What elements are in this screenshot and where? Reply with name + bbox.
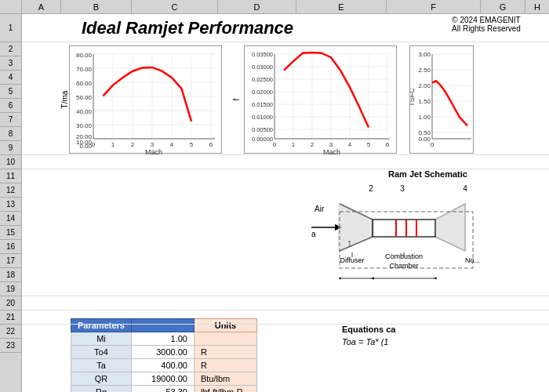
param-value-cell: 3000.00: [131, 346, 194, 359]
row-14: 14: [0, 212, 21, 226]
row-6: 6: [0, 99, 21, 113]
svg-rect-90: [373, 220, 435, 237]
row-16: 16: [0, 240, 21, 254]
svg-text:3: 3: [329, 141, 333, 148]
svg-text:Diffuser: Diffuser: [340, 256, 365, 264]
row-9: 9: [0, 141, 21, 155]
param-name-cell: QR: [71, 372, 132, 386]
param-value-cell: 1.00: [131, 332, 194, 346]
schematic-title: Ram Jet Schematic: [308, 169, 547, 179]
svg-text:1: 1: [292, 141, 296, 148]
col-a-header: A: [22, 0, 61, 13]
row-12: 12: [0, 183, 21, 198]
svg-text:2: 2: [311, 141, 314, 148]
svg-text:30.00: 30.00: [76, 122, 93, 129]
svg-text:0.01000: 0.01000: [252, 114, 273, 121]
param-unit-cell: R: [194, 359, 256, 372]
row-13: 13: [0, 198, 21, 212]
row-11: 11: [0, 169, 21, 183]
svg-text:0.00500: 0.00500: [252, 126, 273, 133]
param-value-cell: 53.30: [131, 386, 194, 393]
param-name-cell: To4: [71, 346, 132, 359]
col-g-header: G: [481, 0, 525, 13]
chart1-ylabel: T/ma: [60, 91, 69, 109]
svg-text:6: 6: [386, 141, 390, 148]
param-unit-cell: [194, 332, 256, 346]
row-4: 4: [0, 71, 21, 85]
col-f-header: F: [387, 0, 481, 13]
svg-text:0: 0: [431, 141, 434, 148]
svg-text:2.50: 2.50: [418, 67, 431, 74]
svg-text:0.00: 0.00: [79, 143, 92, 150]
equation-1: Toa = Ta* (1: [342, 337, 499, 347]
row-num-header: [0, 0, 22, 13]
svg-text:Air: Air: [314, 205, 325, 213]
params-table: Parameters Units Mi1.00To43000.00RTa400.…: [71, 318, 257, 392]
svg-text:1: 1: [111, 141, 115, 148]
svg-text:70.00: 70.00: [76, 66, 93, 73]
row-22: 22: [0, 325, 21, 339]
svg-text:0.00: 0.00: [418, 136, 431, 143]
svg-text:0.03000: 0.03000: [252, 64, 273, 71]
row-18: 18: [0, 268, 21, 282]
row-19: 19: [0, 282, 21, 296]
svg-text:Mach: Mach: [145, 148, 162, 154]
svg-text:4: 4: [463, 184, 467, 193]
equations-title: Equations ca: [342, 325, 499, 334]
svg-text:a: a: [311, 230, 316, 238]
svg-text:2.00: 2.00: [418, 82, 431, 89]
svg-text:0.02000: 0.02000: [252, 89, 273, 96]
param-value-cell: 400.00: [131, 359, 194, 372]
svg-text:TSFC: TSFC: [410, 88, 416, 107]
svg-text:60.00: 60.00: [76, 80, 93, 87]
svg-text:Chamber: Chamber: [389, 262, 418, 270]
chart-tma: T/ma: [69, 45, 222, 154]
row-15: 15: [0, 226, 21, 240]
param-value-cell: 19000.00: [131, 372, 194, 386]
svg-text:No...: No...: [465, 256, 480, 264]
svg-text:0.02500: 0.02500: [252, 76, 273, 83]
svg-text:4: 4: [348, 141, 352, 148]
row-3: 3: [0, 56, 21, 71]
svg-text:5: 5: [190, 141, 194, 148]
svg-text:50.00: 50.00: [76, 94, 93, 101]
row-10: 10: [0, 155, 21, 169]
row-2: 2: [0, 42, 21, 56]
row-17: 17: [0, 254, 21, 268]
row-7: 7: [0, 113, 21, 127]
svg-text:0.03500: 0.03500: [252, 51, 273, 58]
param-name-cell: Ta: [71, 359, 132, 372]
svg-text:3: 3: [151, 141, 155, 148]
col-b-header: B: [61, 0, 132, 13]
param-name-cell: Mi: [71, 332, 132, 346]
chart2-ylabel: f: [232, 99, 241, 101]
param-unit-cell: R: [194, 346, 256, 359]
svg-text:2: 2: [131, 141, 135, 148]
svg-text:6: 6: [209, 141, 213, 148]
svg-text:4: 4: [170, 141, 174, 148]
svg-text:3: 3: [400, 184, 405, 193]
copyright-box: © 2024 EMAGENIT All Rights Reserved: [424, 14, 549, 34]
svg-text:2: 2: [369, 184, 373, 193]
svg-text:1.00: 1.00: [418, 114, 431, 121]
svg-text:Mach: Mach: [323, 148, 340, 154]
row-1: 1: [0, 14, 21, 42]
row-20: 20: [0, 296, 21, 310]
svg-text:3.00: 3.00: [418, 51, 431, 58]
svg-marker-89: [338, 202, 374, 252]
svg-text:80.00: 80.00: [76, 52, 93, 59]
col-h-header: H: [525, 0, 549, 13]
equations-area: Equations ca Toa = Ta* (1: [342, 325, 499, 347]
param-name-cell: Rg: [71, 386, 132, 393]
page-title: Ideal Ramjet Performance: [61, 18, 314, 38]
svg-text:1.50: 1.50: [418, 98, 431, 105]
row-8: 8: [0, 127, 21, 141]
row-21: 21: [0, 310, 21, 325]
svg-text:5: 5: [367, 141, 371, 148]
row-5: 5: [0, 85, 21, 99]
svg-text:0: 0: [273, 141, 277, 148]
param-unit-cell: lbf-ft/lbm-R: [194, 386, 256, 393]
col-d-header: D: [218, 0, 296, 13]
chart-tsfc: 3.00 2.50 2.00 1.50 1.00 0.50 0.00 TSFC …: [409, 45, 474, 154]
param-unit-cell: Btu/lbm: [194, 372, 256, 386]
